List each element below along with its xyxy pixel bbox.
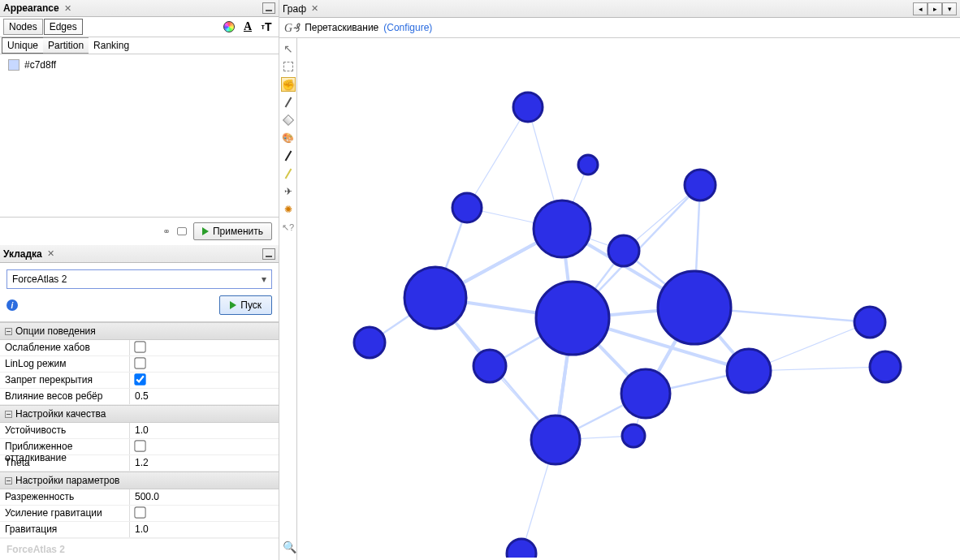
hubs-checkbox[interactable] (134, 341, 145, 352)
settings-tool-icon[interactable]: ✺ (281, 202, 296, 217)
group-params[interactable]: Настройки параметров (0, 472, 279, 489)
close-icon[interactable]: ✕ (47, 248, 54, 259)
drag-tool-icon[interactable]: ✊ (281, 77, 296, 92)
sparsity-value[interactable]: 500.0 (130, 489, 279, 505)
svg-point-55 (507, 539, 536, 558)
info-icon[interactable]: i (6, 299, 18, 311)
paint-tool-icon[interactable]: 🎨 (281, 131, 296, 145)
svg-point-48 (354, 327, 385, 358)
play-icon (202, 227, 209, 235)
magnifier-icon[interactable]: 🔍 (283, 541, 296, 554)
collapse-icon (5, 328, 12, 335)
nav-menu-button[interactable]: ▾ (942, 2, 957, 15)
layout-properties[interactable]: Опции поведения Ослабление хабов LinLog … (0, 321, 279, 538)
svg-point-39 (578, 155, 598, 174)
diamond-tool-icon[interactable] (281, 113, 296, 127)
svg-point-52 (870, 351, 901, 382)
partition-tab[interactable]: Partition (43, 37, 89, 54)
approx-checkbox[interactable] (134, 440, 145, 451)
graph-canvas[interactable]: 🔍 (297, 38, 960, 560)
overlap-checkbox[interactable] (134, 373, 145, 385)
help-tool-icon[interactable]: ↖? (281, 220, 296, 235)
close-icon[interactable]: ✕ (64, 3, 71, 14)
pencil-tool-icon[interactable] (281, 166, 296, 181)
svg-point-44 (404, 267, 466, 329)
svg-point-51 (727, 349, 771, 393)
gravity-value[interactable]: 1.0 (130, 522, 279, 537)
color-swatch[interactable] (8, 59, 19, 71)
collapse-icon (5, 477, 12, 485)
layout-algo-dropdown[interactable]: ForceAtlas 2 ▾ (6, 269, 272, 289)
svg-line-35 (467, 107, 528, 208)
layout-bottom-label: ForceAtlas 2 (0, 538, 279, 560)
color-mode-icon[interactable] (220, 19, 238, 35)
svg-point-42 (534, 200, 590, 257)
reset-icon[interactable] (177, 227, 187, 235)
graph-tab[interactable]: Граф (283, 3, 306, 15)
linlog-checkbox[interactable] (134, 357, 145, 368)
color-hex-label: #c7d8ff (24, 59, 56, 71)
stability-value[interactable]: 1.0 (130, 423, 279, 438)
select-tool-icon[interactable]: ↖ (281, 41, 296, 56)
edge-weight-value[interactable]: 0.5 (130, 389, 279, 404)
configure-link[interactable]: Configure (383, 22, 432, 33)
close-icon[interactable]: ✕ (311, 3, 318, 14)
size-mode-icon[interactable]: тT (257, 19, 275, 35)
svg-point-45 (536, 282, 609, 355)
minimize-button[interactable] (262, 2, 275, 14)
nodes-tab[interactable]: Nodes (3, 19, 43, 35)
gephi-logo-icon: G₰ (284, 21, 300, 35)
grav-boost-checkbox[interactable] (134, 506, 145, 518)
svg-point-38 (513, 93, 543, 122)
svg-point-50 (621, 369, 670, 418)
collapse-icon (5, 411, 12, 418)
chevron-down-icon: ▾ (262, 274, 266, 285)
svg-point-43 (608, 235, 639, 266)
brush-tool-icon[interactable] (281, 95, 296, 110)
theta-value[interactable]: 1.2 (130, 455, 279, 471)
svg-point-41 (452, 193, 482, 222)
edges-tab[interactable]: Edges (44, 19, 83, 35)
minimize-button[interactable] (262, 248, 275, 260)
appearance-title: Appearance (3, 2, 59, 14)
pen-tool-icon[interactable] (281, 149, 296, 163)
svg-point-40 (685, 170, 716, 200)
marquee-tool-icon[interactable] (281, 59, 296, 74)
group-quality[interactable]: Настройки качества (0, 405, 279, 423)
plane-tool-icon[interactable]: ✈ (281, 184, 296, 199)
svg-point-53 (531, 416, 580, 464)
nav-prev-button[interactable]: ◂ (913, 2, 928, 15)
unique-tab[interactable]: Unique (2, 37, 43, 54)
layout-title: Укладка (3, 248, 42, 260)
label-mode-icon[interactable]: A (239, 19, 257, 35)
group-behavior[interactable]: Опции поведения (0, 322, 279, 340)
link-icon[interactable]: ⚭ (162, 226, 171, 237)
graph-mode-label: Перетаскивание (305, 22, 378, 33)
apply-button[interactable]: Применить (193, 222, 272, 240)
svg-point-54 (622, 424, 645, 447)
ranking-tab[interactable]: Ranking (89, 38, 134, 53)
nav-next-button[interactable]: ▸ (928, 2, 942, 15)
svg-point-46 (658, 271, 731, 344)
run-button[interactable]: Пуск (219, 295, 272, 315)
svg-point-47 (854, 307, 885, 338)
play-icon (230, 301, 236, 309)
svg-point-49 (474, 350, 506, 382)
